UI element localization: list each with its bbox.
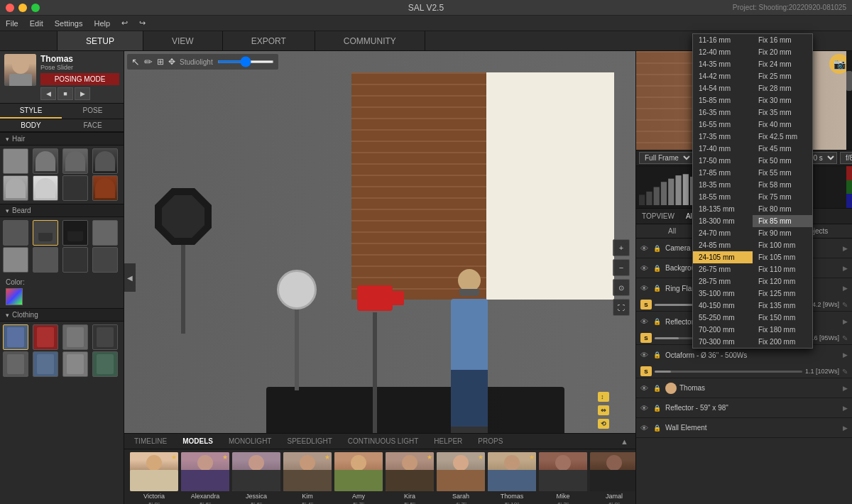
model-item-mike[interactable]: Mike 6' 2" xyxy=(539,452,587,504)
beard-item-3[interactable] xyxy=(62,220,88,246)
hair-item-2[interactable] xyxy=(33,148,58,174)
reset-pose-button[interactable]: ■ xyxy=(58,87,73,100)
focal-70-300[interactable]: 70-300 mm xyxy=(693,336,753,348)
collapse-left-button[interactable]: ◀ xyxy=(124,263,136,292)
fix-200[interactable]: Fix 200 mm xyxy=(753,336,812,348)
tab-helper[interactable]: HELPER xyxy=(427,436,469,447)
nav-tab-export[interactable]: EXPORT xyxy=(223,31,315,50)
focal-17-85[interactable]: 17-85 mm xyxy=(693,167,753,179)
tab-continuous[interactable]: CONTINUOUS LIGHT xyxy=(341,436,425,447)
focal-18-55[interactable]: 18-55 mm xyxy=(693,191,753,203)
octaform-toggle[interactable]: S xyxy=(640,366,652,376)
fix-125[interactable]: Fix 125 mm xyxy=(753,287,812,300)
move-tool-icon[interactable]: ✥ xyxy=(168,57,175,67)
focal-14-42[interactable]: 14-42 mm xyxy=(693,70,753,82)
beard-item-2[interactable] xyxy=(33,220,58,246)
maximize-button[interactable] xyxy=(31,4,40,12)
hair-item-4[interactable] xyxy=(92,148,118,174)
focal-55-250[interactable]: 55-250 mm xyxy=(693,312,753,324)
fix-20[interactable]: Fix 20 mm xyxy=(753,46,812,58)
focal-16-35[interactable]: 16-35 mm xyxy=(693,106,753,119)
window-controls[interactable] xyxy=(6,4,40,12)
octaform-edit-icon[interactable]: ✎ xyxy=(842,368,848,376)
menu-edit[interactable]: Edit xyxy=(30,19,43,28)
fix-90[interactable]: Fix 90 mm xyxy=(753,227,812,239)
hair-item-6[interactable] xyxy=(33,175,58,201)
focal-35-100[interactable]: 35-100 mm xyxy=(693,287,753,300)
color-swatch[interactable] xyxy=(6,288,23,305)
focal-12-40[interactable]: 12-40 mm xyxy=(693,46,753,58)
model-item-amy[interactable]: Amy 5' 7" xyxy=(334,452,383,504)
focal-40-150[interactable]: 40-150 mm xyxy=(693,300,753,312)
beard-item-5[interactable] xyxy=(3,247,28,273)
minimize-button[interactable] xyxy=(18,4,27,12)
yellow-control-2[interactable]: ⇔ xyxy=(598,405,609,415)
hair-item-8[interactable] xyxy=(92,175,118,201)
focal-15-85[interactable]: 15-85 mm xyxy=(693,94,753,106)
style-tab-pose[interactable]: POSE xyxy=(62,104,124,119)
focal-18-300[interactable]: 18-300 mm xyxy=(693,215,753,227)
beard-item-7[interactable] xyxy=(62,247,88,273)
focal-24-70[interactable]: 24-70 mm xyxy=(693,227,753,239)
hair-item-5[interactable] xyxy=(3,175,28,201)
nav-tab-view[interactable]: VIEW xyxy=(143,31,223,50)
nav-tab-community[interactable]: COMMUNITY xyxy=(315,31,425,50)
grid-tool-icon[interactable]: ⊞ xyxy=(157,57,164,67)
expand-bottom-icon[interactable]: ▲ xyxy=(616,437,633,446)
clothing-item-8[interactable] xyxy=(92,351,118,377)
beard-section-header[interactable]: Beard xyxy=(0,204,124,217)
focal-16-55[interactable]: 16-55 mm xyxy=(693,119,753,131)
focal-28-75[interactable]: 28-75 mm xyxy=(693,275,753,287)
fix-105[interactable]: Fix 105 mm xyxy=(753,251,812,263)
fix-16[interactable]: Fix 16 mm xyxy=(753,34,812,46)
yellow-control-1[interactable]: ↕ xyxy=(598,392,609,402)
hair-section-header[interactable]: Hair xyxy=(0,132,124,146)
menu-undo[interactable]: ↩ xyxy=(121,18,128,28)
eye-ring-flash-icon[interactable]: 👁 xyxy=(640,284,648,292)
yellow-control-3[interactable]: ⟲ xyxy=(598,419,609,429)
fix-120[interactable]: Fix 120 mm xyxy=(753,275,812,287)
eye-background-icon[interactable]: 👁 xyxy=(640,264,648,273)
beard-item-1[interactable] xyxy=(3,220,28,246)
zoom-in-button[interactable]: + xyxy=(613,239,630,256)
model-item-thomas[interactable]: ★ Thomas 5' 10" xyxy=(488,452,536,504)
fix-25[interactable]: Fix 25 mm xyxy=(753,70,812,82)
next-pose-button[interactable]: ▶ xyxy=(75,87,90,100)
tab-props[interactable]: PROPS xyxy=(471,436,510,447)
eye-reflector-icon[interactable]: 👁 xyxy=(640,404,648,412)
scene-obj-reflector[interactable]: 👁 🔒 Reflector - 59" x 98" ▶ xyxy=(636,398,852,418)
style-subtab-face[interactable]: FACE xyxy=(62,119,124,131)
fix-85[interactable]: Fix 85 mm xyxy=(753,215,812,227)
posing-mode-button[interactable]: POSING MODE xyxy=(40,73,119,85)
fix-45[interactable]: Fix 45 mm xyxy=(753,143,812,155)
beard-item-4[interactable] xyxy=(92,220,118,246)
pen-tool-icon[interactable]: ✏ xyxy=(144,56,153,67)
style-subtab-body[interactable]: BODY xyxy=(0,119,62,131)
clothing-item-7[interactable] xyxy=(62,351,88,377)
menu-help[interactable]: Help xyxy=(94,19,110,28)
focal-18-135[interactable]: 18-135 mm xyxy=(693,203,753,215)
fix-35[interactable]: Fix 35 mm xyxy=(753,106,812,119)
menu-settings[interactable]: Settings xyxy=(55,19,83,28)
focal-11-16[interactable]: 11-16 mm xyxy=(693,34,753,46)
focal-17-50[interactable]: 17-50 mm xyxy=(693,155,753,167)
fit-view-button[interactable]: ⛶ xyxy=(613,299,630,316)
eye-octaform-icon[interactable]: 👁 xyxy=(640,351,648,359)
focal-14-54[interactable]: 14-54 mm xyxy=(693,82,753,94)
model-item-kira[interactable]: ★ Kira 5' 5" xyxy=(386,452,434,504)
focal-26-75[interactable]: 26-75 mm xyxy=(693,263,753,275)
fix-180[interactable]: Fix 180 mm xyxy=(753,324,812,336)
studiolight-slider[interactable] xyxy=(217,60,274,63)
focal-14-35[interactable]: 14-35 mm xyxy=(693,58,753,70)
fix-24[interactable]: Fix 24 mm xyxy=(753,58,812,70)
beard-item-6[interactable] xyxy=(33,247,58,273)
model-item-jamal[interactable]: Jamal 6' 0" xyxy=(590,452,635,504)
ring-flash-edit-icon[interactable]: ✎ xyxy=(842,301,848,309)
focal-24-105[interactable]: 24-105 mm xyxy=(693,251,753,263)
focal-24-85[interactable]: 24-85 mm xyxy=(693,239,753,251)
fix-55[interactable]: Fix 55 mm xyxy=(753,167,812,179)
tab-monolight[interactable]: MONOLIGHT xyxy=(222,436,279,447)
clothing-item-3[interactable] xyxy=(62,324,88,350)
fix-135[interactable]: Fix 135 mm xyxy=(753,300,812,312)
fix-50[interactable]: Fix 50 mm xyxy=(753,155,812,167)
